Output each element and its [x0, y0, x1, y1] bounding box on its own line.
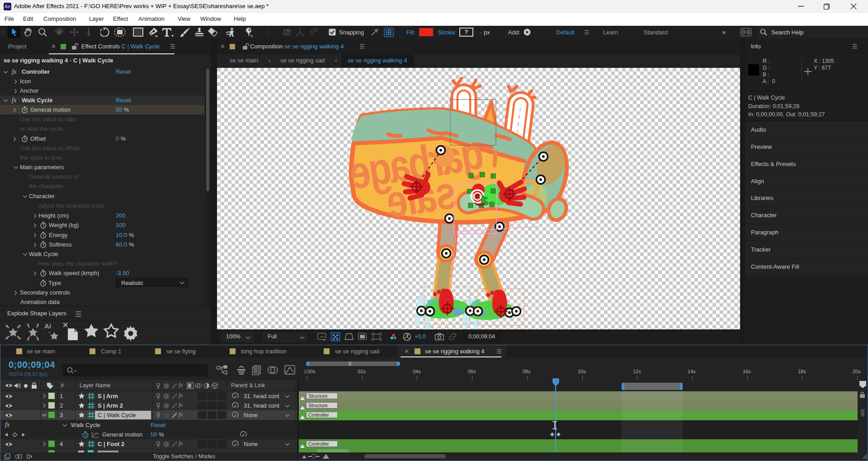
svg-text:✕: ✕: [62, 321, 68, 329]
svg-text:Ai: Ai: [44, 322, 51, 330]
